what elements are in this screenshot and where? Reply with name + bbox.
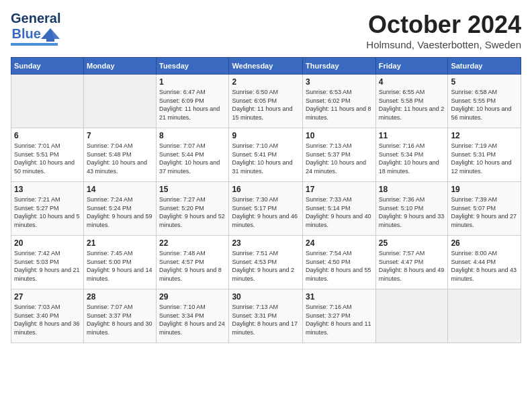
calendar-cell: 1Sunrise: 6:47 AM Sunset: 6:09 PM Daylig… <box>157 75 229 128</box>
calendar-cell: 19Sunrise: 7:39 AM Sunset: 5:07 PM Dayli… <box>448 182 521 236</box>
day-number: 25 <box>379 238 445 248</box>
day-info: Sunrise: 7:24 AM Sunset: 5:24 PM Dayligh… <box>87 195 153 229</box>
week-row-1: 1Sunrise: 6:47 AM Sunset: 6:09 PM Daylig… <box>11 75 521 128</box>
calendar-cell: 14Sunrise: 7:24 AM Sunset: 5:24 PM Dayli… <box>83 182 156 236</box>
day-info: Sunrise: 7:45 AM Sunset: 5:00 PM Dayligh… <box>87 249 153 283</box>
week-row-2: 6Sunrise: 7:01 AM Sunset: 5:51 PM Daylig… <box>11 128 521 182</box>
calendar-cell: 15Sunrise: 7:27 AM Sunset: 5:20 PM Dayli… <box>157 182 229 236</box>
svg-marker-0 <box>41 28 60 42</box>
calendar-cell: 29Sunrise: 7:10 AM Sunset: 3:34 PM Dayli… <box>157 289 229 343</box>
calendar-cell: 12Sunrise: 7:19 AM Sunset: 5:31 PM Dayli… <box>448 128 521 182</box>
day-header-thursday: Thursday <box>303 58 376 75</box>
calendar-body: 1Sunrise: 6:47 AM Sunset: 6:09 PM Daylig… <box>11 75 521 343</box>
calendar-cell: 26Sunrise: 8:00 AM Sunset: 4:44 PM Dayli… <box>448 236 521 289</box>
day-info: Sunrise: 7:07 AM Sunset: 3:37 PM Dayligh… <box>87 303 153 336</box>
day-header-monday: Monday <box>83 58 156 75</box>
day-header-tuesday: Tuesday <box>157 58 229 75</box>
day-info: Sunrise: 6:53 AM Sunset: 6:02 PM Dayligh… <box>306 88 373 122</box>
day-info: Sunrise: 7:51 AM Sunset: 4:53 PM Dayligh… <box>232 249 300 283</box>
day-number: 7 <box>87 131 153 140</box>
day-info: Sunrise: 7:01 AM Sunset: 5:51 PM Dayligh… <box>14 142 81 175</box>
calendar-cell: 9Sunrise: 7:10 AM Sunset: 5:41 PM Daylig… <box>229 128 303 182</box>
day-number: 22 <box>159 238 226 248</box>
day-number: 28 <box>87 292 153 302</box>
day-number: 10 <box>306 131 373 140</box>
day-number: 29 <box>159 292 226 302</box>
calendar-header-row: SundayMondayTuesdayWednesdayThursdayFrid… <box>11 58 521 75</box>
day-info: Sunrise: 7:48 AM Sunset: 4:57 PM Dayligh… <box>159 249 226 283</box>
month-title: October 2024 <box>366 11 521 39</box>
calendar-cell: 3Sunrise: 6:53 AM Sunset: 6:02 PM Daylig… <box>303 75 376 128</box>
calendar-cell: 28Sunrise: 7:07 AM Sunset: 3:37 PM Dayli… <box>83 289 156 343</box>
calendar-cell <box>11 75 84 128</box>
calendar-cell: 13Sunrise: 7:21 AM Sunset: 5:27 PM Dayli… <box>11 182 84 236</box>
calendar-cell <box>375 289 448 343</box>
day-number: 26 <box>451 238 518 248</box>
calendar-cell: 25Sunrise: 7:57 AM Sunset: 4:47 PM Dayli… <box>375 236 448 289</box>
day-header-friday: Friday <box>375 58 448 75</box>
day-number: 24 <box>306 238 373 248</box>
day-number: 4 <box>379 77 445 87</box>
calendar-cell: 23Sunrise: 7:51 AM Sunset: 4:53 PM Dayli… <box>229 236 303 289</box>
day-number: 12 <box>451 131 518 140</box>
logo-general: General <box>11 11 60 26</box>
day-info: Sunrise: 8:00 AM Sunset: 4:44 PM Dayligh… <box>451 249 518 283</box>
calendar-cell: 8Sunrise: 7:07 AM Sunset: 5:44 PM Daylig… <box>157 128 229 182</box>
day-info: Sunrise: 7:10 AM Sunset: 3:34 PM Dayligh… <box>159 303 226 336</box>
day-info: Sunrise: 7:13 AM Sunset: 3:31 PM Dayligh… <box>232 303 300 336</box>
week-row-4: 20Sunrise: 7:42 AM Sunset: 5:03 PM Dayli… <box>11 236 521 289</box>
week-row-3: 13Sunrise: 7:21 AM Sunset: 5:27 PM Dayli… <box>11 182 521 236</box>
calendar-cell: 11Sunrise: 7:16 AM Sunset: 5:34 PM Dayli… <box>375 128 448 182</box>
calendar-cell: 24Sunrise: 7:54 AM Sunset: 4:50 PM Dayli… <box>303 236 376 289</box>
calendar-cell: 6Sunrise: 7:01 AM Sunset: 5:51 PM Daylig… <box>11 128 84 182</box>
day-info: Sunrise: 7:30 AM Sunset: 5:17 PM Dayligh… <box>232 195 300 229</box>
location-title: Holmsund, Vaesterbotten, Sweden <box>366 39 521 50</box>
day-number: 23 <box>232 238 300 248</box>
day-number: 21 <box>87 238 153 248</box>
day-info: Sunrise: 7:16 AM Sunset: 3:27 PM Dayligh… <box>306 303 373 336</box>
day-info: Sunrise: 7:04 AM Sunset: 5:48 PM Dayligh… <box>87 142 153 175</box>
calendar-table: SundayMondayTuesdayWednesdayThursdayFrid… <box>11 57 521 343</box>
calendar-cell: 21Sunrise: 7:45 AM Sunset: 5:00 PM Dayli… <box>83 236 156 289</box>
day-info: Sunrise: 7:54 AM Sunset: 4:50 PM Dayligh… <box>306 249 373 283</box>
day-number: 9 <box>232 131 300 140</box>
calendar-cell: 31Sunrise: 7:16 AM Sunset: 3:27 PM Dayli… <box>303 289 376 343</box>
day-info: Sunrise: 7:57 AM Sunset: 4:47 PM Dayligh… <box>379 249 445 283</box>
day-info: Sunrise: 7:42 AM Sunset: 5:03 PM Dayligh… <box>14 249 81 283</box>
day-info: Sunrise: 7:07 AM Sunset: 5:44 PM Dayligh… <box>159 142 226 175</box>
day-number: 27 <box>14 292 81 302</box>
page-header: General Blue October 2024 Holmsund, Vaes… <box>11 11 521 50</box>
day-number: 3 <box>306 77 373 87</box>
logo-blue: Blue <box>12 26 41 42</box>
day-number: 8 <box>159 131 226 140</box>
calendar-cell: 17Sunrise: 7:33 AM Sunset: 5:14 PM Dayli… <box>303 182 376 236</box>
day-number: 18 <box>379 185 445 194</box>
day-info: Sunrise: 7:19 AM Sunset: 5:31 PM Dayligh… <box>451 142 518 175</box>
day-info: Sunrise: 7:36 AM Sunset: 5:10 PM Dayligh… <box>379 195 445 229</box>
calendar-cell: 30Sunrise: 7:13 AM Sunset: 3:31 PM Dayli… <box>229 289 303 343</box>
day-number: 16 <box>232 185 300 194</box>
week-row-5: 27Sunrise: 7:03 AM Sunset: 3:40 PM Dayli… <box>11 289 521 343</box>
day-number: 11 <box>379 131 445 140</box>
calendar-cell <box>83 75 156 128</box>
day-info: Sunrise: 7:16 AM Sunset: 5:34 PM Dayligh… <box>379 142 445 175</box>
day-info: Sunrise: 7:27 AM Sunset: 5:20 PM Dayligh… <box>159 195 226 229</box>
calendar-cell: 16Sunrise: 7:30 AM Sunset: 5:17 PM Dayli… <box>229 182 303 236</box>
day-info: Sunrise: 7:33 AM Sunset: 5:14 PM Dayligh… <box>306 195 373 229</box>
day-number: 15 <box>159 185 226 194</box>
day-header-sunday: Sunday <box>11 58 84 75</box>
calendar-cell: 18Sunrise: 7:36 AM Sunset: 5:10 PM Dayli… <box>375 182 448 236</box>
day-number: 13 <box>14 185 81 194</box>
day-number: 6 <box>14 131 81 140</box>
day-number: 17 <box>306 185 373 194</box>
day-number: 1 <box>159 77 226 87</box>
day-info: Sunrise: 6:55 AM Sunset: 5:58 PM Dayligh… <box>379 88 445 122</box>
calendar-cell: 2Sunrise: 6:50 AM Sunset: 6:05 PM Daylig… <box>229 75 303 128</box>
day-header-saturday: Saturday <box>448 58 521 75</box>
calendar-cell: 4Sunrise: 6:55 AM Sunset: 5:58 PM Daylig… <box>375 75 448 128</box>
logo: General Blue <box>11 11 60 46</box>
calendar-cell: 27Sunrise: 7:03 AM Sunset: 3:40 PM Dayli… <box>11 289 84 343</box>
calendar-cell: 7Sunrise: 7:04 AM Sunset: 5:48 PM Daylig… <box>83 128 156 182</box>
day-info: Sunrise: 6:58 AM Sunset: 5:55 PM Dayligh… <box>451 88 518 122</box>
day-info: Sunrise: 7:39 AM Sunset: 5:07 PM Dayligh… <box>451 195 518 229</box>
